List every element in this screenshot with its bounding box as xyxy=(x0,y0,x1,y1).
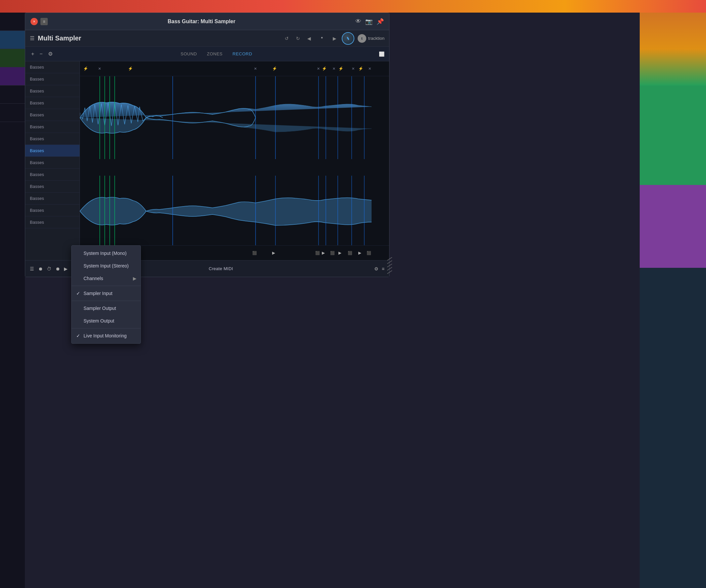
menu-item-channels[interactable]: Channels ▶ xyxy=(72,272,141,285)
play-wf-5[interactable]: ▶ xyxy=(339,250,341,255)
sample-item[interactable]: Basses xyxy=(25,157,80,169)
camera-icon[interactable]: 📷 xyxy=(365,18,372,25)
play-wf-4[interactable]: ▶ xyxy=(322,250,325,255)
transport-play-btn[interactable]: ▶ xyxy=(64,266,68,271)
waveform-top xyxy=(80,76,389,159)
close-x-6[interactable]: ✕ xyxy=(368,67,371,71)
svg-rect-0 xyxy=(80,113,81,116)
loop-btn-5[interactable]: ⬛ xyxy=(348,251,352,255)
forward-btn[interactable]: ▶ xyxy=(331,35,339,42)
close-x-5[interactable]: ✕ xyxy=(352,67,355,71)
play-wf-6[interactable]: ▶ xyxy=(358,250,361,255)
checkmark-empty-5 xyxy=(76,318,82,323)
sample-item[interactable]: Basses xyxy=(25,121,80,133)
play-wf-3[interactable]: ▶ xyxy=(272,250,275,255)
menu-item-sampler-output[interactable]: Sampler Output xyxy=(72,302,141,315)
close-x-1[interactable]: ✕ xyxy=(98,67,101,71)
sample-item[interactable]: Basses xyxy=(25,181,80,193)
checkmark-filled-live-monitoring: ✓ xyxy=(76,333,82,339)
checkmark-empty-1 xyxy=(76,250,82,256)
sample-item[interactable]: Basses xyxy=(25,73,80,85)
checkmark-empty-4 xyxy=(76,306,82,311)
sample-item[interactable]: Basses xyxy=(25,204,80,217)
sample-item[interactable]: Basses xyxy=(25,133,80,145)
left-track-1 xyxy=(0,12,25,31)
close-x-3[interactable]: ✕ xyxy=(317,67,320,71)
redo-btn[interactable]: ↻ xyxy=(294,35,302,42)
track-dark xyxy=(640,268,706,588)
left-track-4 xyxy=(0,67,25,85)
left-track-5 xyxy=(0,85,25,104)
waveform-marker-row-top: ⚡ ✕ ⚡ ✕ ⚡ ✕ ⚡ ✕ ⚡ ✕ ⚡ ✕ xyxy=(80,61,389,76)
menu-item-live-input-monitoring[interactable]: ✓ Live Input Monitoring xyxy=(72,329,141,342)
hamburger-icon[interactable]: ☰ xyxy=(30,35,35,41)
add-button[interactable]: + xyxy=(30,50,35,58)
marker-icon-5[interactable]: ⚡ xyxy=(339,66,343,71)
svg-line-27 xyxy=(387,264,392,267)
tracktion-logo: t tracktion xyxy=(358,34,385,43)
menu-separator-1 xyxy=(72,286,141,286)
close-button[interactable]: × xyxy=(31,18,38,25)
marker-icon-1[interactable]: ⚡ xyxy=(83,66,88,71)
transport-record-btn[interactable]: ⏺ xyxy=(55,266,60,271)
transport-menu-icon[interactable]: ☰ xyxy=(30,266,34,271)
menu-item-system-input-stereo[interactable]: System Input (Stereo) xyxy=(72,260,141,272)
diagonal-hash xyxy=(387,257,392,274)
close-x-2[interactable]: ✕ xyxy=(254,67,257,71)
sample-item[interactable]: Basses xyxy=(25,61,80,73)
sample-item[interactable]: Basses xyxy=(25,109,80,121)
eye-icon[interactable]: 👁 xyxy=(355,18,361,25)
marker-icon-2[interactable]: ⚡ xyxy=(128,66,133,71)
top-strip xyxy=(0,0,706,12)
remove-button[interactable]: − xyxy=(38,50,44,58)
menu-item-system-output[interactable]: System Output xyxy=(72,315,141,327)
expand-button[interactable]: ⬜ xyxy=(379,51,385,57)
content-area: Basses Basses Basses Basses Basses Basse… xyxy=(25,61,389,260)
track-orange xyxy=(640,12,706,85)
marker-icon-3[interactable]: ⚡ xyxy=(272,66,277,71)
left-track-2 xyxy=(0,31,25,49)
marker-icon-4[interactable]: ⚡ xyxy=(322,66,327,71)
sample-list: Basses Basses Basses Basses Basses Basse… xyxy=(25,61,80,260)
loop-btn-6[interactable]: ⬛ xyxy=(366,251,371,255)
tab-sound[interactable]: SOUND xyxy=(181,51,197,56)
sample-item[interactable]: Basses xyxy=(25,85,80,97)
sample-item[interactable]: Basses xyxy=(25,217,80,228)
track-green xyxy=(640,85,706,185)
checkmark-empty-3 xyxy=(76,276,82,281)
marker-icon-6[interactable]: ⚡ xyxy=(358,66,363,71)
close-x-4[interactable]: ✕ xyxy=(332,67,336,71)
left-track-6 xyxy=(0,104,25,122)
plugin-header: ☰ Multi Sampler ↺ ↻ ◀ * ▶ t tracktion xyxy=(25,30,389,47)
menu-item-system-input-mono[interactable]: System Input (Mono) xyxy=(72,247,141,260)
loop-btn-3[interactable]: ⬛ xyxy=(315,251,320,255)
svg-line-29 xyxy=(387,271,392,274)
transport-clock-icon[interactable]: ⏱ xyxy=(47,266,51,271)
transport-quantize-icon[interactable]: ⚙ xyxy=(374,266,379,271)
back-btn[interactable]: ◀ xyxy=(305,35,313,42)
sample-item-active[interactable]: Basses xyxy=(25,145,80,157)
settings-button[interactable]: ⚙ xyxy=(47,50,54,58)
left-track-3 xyxy=(0,49,25,67)
transport-settings-icon[interactable]: ≡ xyxy=(382,266,385,271)
undo-btn[interactable]: ↺ xyxy=(283,35,291,42)
track-purple xyxy=(640,185,706,268)
plugin-window: × ≡ Bass Guitar: Multi Sampler 👁 📷 📌 ☰ M… xyxy=(25,12,389,277)
title-bar-left: × ≡ xyxy=(31,18,48,25)
sample-item[interactable]: Basses xyxy=(25,193,80,204)
tab-record[interactable]: RECORD xyxy=(233,51,252,56)
menu-button[interactable]: ≡ xyxy=(40,18,48,25)
pin-icon[interactable]: 📌 xyxy=(377,18,384,25)
loop-btn-2[interactable]: ⬛ xyxy=(252,251,257,255)
left-tracks xyxy=(0,12,25,588)
sample-item[interactable]: Basses xyxy=(25,169,80,181)
transport-record-mode-icon[interactable]: ⏺ xyxy=(38,266,43,271)
dropdown-menu: System Input (Mono) System Input (Stereo… xyxy=(71,245,141,344)
loop-btn-4[interactable]: ⬛ xyxy=(330,251,335,255)
svg-line-28 xyxy=(387,267,392,271)
checkmark-empty-2 xyxy=(76,263,82,269)
main-knob[interactable] xyxy=(342,32,354,45)
menu-item-sampler-input[interactable]: ✓ Sampler Input xyxy=(72,287,141,300)
tab-zones[interactable]: ZONES xyxy=(207,51,223,56)
sample-item[interactable]: Basses xyxy=(25,97,80,109)
